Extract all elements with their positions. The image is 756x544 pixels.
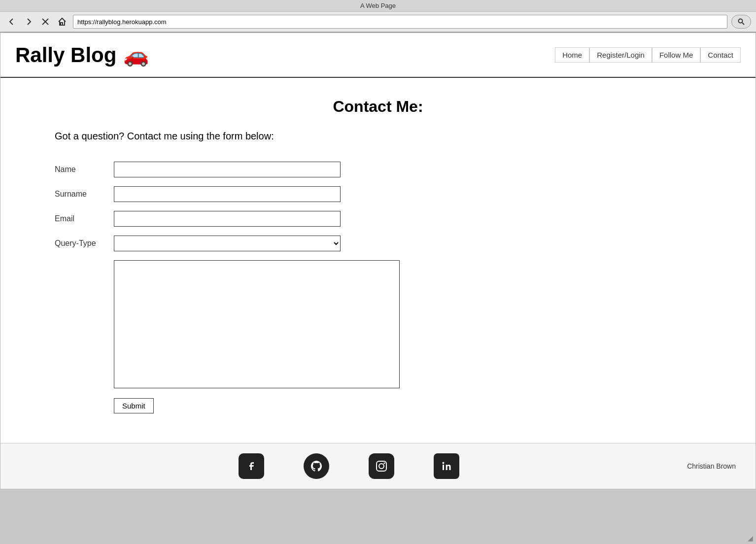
- forward-button[interactable]: [22, 15, 35, 29]
- back-button[interactable]: [5, 15, 19, 29]
- website-container: Rally Blog 🚗 Home Register/Login Follow …: [0, 33, 756, 489]
- close-button[interactable]: [38, 15, 52, 29]
- svg-line-4: [742, 23, 744, 25]
- query-type-label: Query-Type: [55, 239, 114, 248]
- site-title-container: Rally Blog 🚗: [15, 43, 149, 67]
- nav-buttons: [5, 15, 69, 29]
- page-title: Contact Me:: [15, 98, 741, 116]
- car-icon: 🚗: [123, 43, 149, 67]
- submit-button[interactable]: Submit: [114, 398, 154, 413]
- site-footer: Christian Brown: [0, 443, 756, 489]
- facebook-icon[interactable]: [239, 453, 264, 479]
- svg-point-10: [442, 462, 444, 464]
- surname-label: Surname: [55, 190, 114, 199]
- surname-input[interactable]: [114, 186, 341, 202]
- home-button[interactable]: [55, 15, 69, 29]
- query-type-select[interactable]: General Technical Other: [114, 236, 341, 251]
- query-type-row: Query-Type General Technical Other: [55, 236, 400, 251]
- site-title-text: Rally Blog: [15, 43, 116, 67]
- message-row: [55, 260, 400, 388]
- email-row: Email: [55, 211, 400, 227]
- site-nav: Home Register/Login Follow Me Contact: [555, 47, 741, 63]
- svg-rect-9: [443, 465, 444, 470]
- browser-toolbar: [0, 11, 756, 32]
- svg-point-3: [739, 19, 743, 23]
- nav-contact[interactable]: Contact: [700, 47, 741, 63]
- main-content: Contact Me: Got a question? Contact me u…: [0, 78, 756, 443]
- github-icon[interactable]: [304, 453, 329, 479]
- url-bar[interactable]: [73, 15, 727, 29]
- linkedin-icon[interactable]: [434, 453, 459, 479]
- browser-title-bar: A Web Page: [0, 0, 756, 11]
- email-label: Email: [55, 214, 114, 223]
- site-header: Rally Blog 🚗 Home Register/Login Follow …: [0, 33, 756, 78]
- resize-handle: ◢: [748, 534, 753, 542]
- nav-home[interactable]: Home: [555, 47, 589, 63]
- page-subtitle: Got a question? Contact me using the for…: [15, 131, 741, 142]
- surname-row: Surname: [55, 186, 400, 202]
- name-input[interactable]: [114, 162, 341, 177]
- nav-register-login[interactable]: Register/Login: [589, 47, 652, 63]
- page-tab-title: A Web Page: [360, 2, 396, 9]
- svg-point-7: [383, 463, 385, 464]
- submit-row: Submit: [55, 398, 400, 413]
- search-button[interactable]: [731, 15, 751, 29]
- name-row: Name: [55, 162, 400, 177]
- nav-follow-me[interactable]: Follow Me: [652, 47, 700, 63]
- svg-point-6: [379, 464, 384, 469]
- instagram-icon[interactable]: [369, 453, 394, 479]
- browser-chrome: A Web Page: [0, 0, 756, 33]
- svg-rect-2: [61, 23, 63, 25]
- footer-copyright: Christian Brown: [687, 462, 736, 470]
- footer-icons: [20, 453, 677, 479]
- contact-form: Name Surname Email Query-Type General Te…: [55, 162, 400, 413]
- email-input[interactable]: [114, 211, 341, 227]
- message-textarea[interactable]: [114, 260, 400, 388]
- name-label: Name: [55, 165, 114, 174]
